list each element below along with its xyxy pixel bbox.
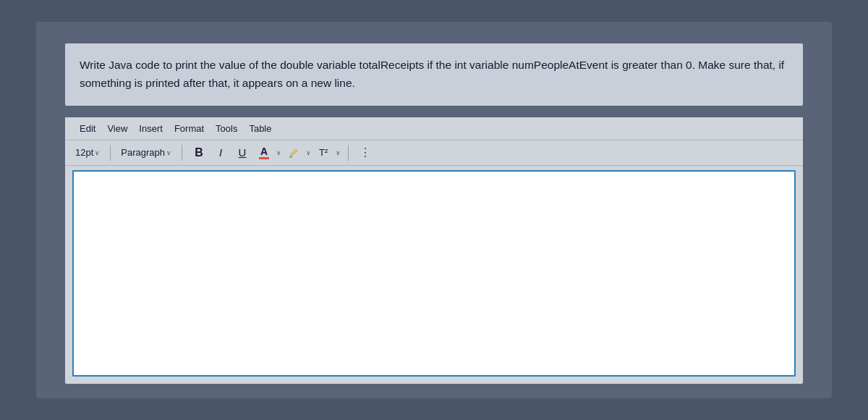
- font-size-selector[interactable]: 12pt ∨: [72, 146, 103, 159]
- font-color-chevron-icon: ∨: [276, 149, 281, 156]
- toolbar-separator-3: [348, 145, 349, 161]
- text-editor-area[interactable]: [72, 170, 796, 377]
- menu-tools[interactable]: Tools: [210, 122, 243, 135]
- toolbar-separator-2: [182, 145, 182, 161]
- menu-insert[interactable]: Insert: [133, 122, 169, 135]
- menu-view[interactable]: View: [101, 122, 133, 135]
- svg-marker-0: [290, 149, 297, 156]
- font-color-letter: A: [260, 146, 268, 156]
- menu-bar: Edit View Insert Format Tools Table: [65, 117, 803, 140]
- menu-format[interactable]: Format: [169, 122, 210, 135]
- toolbar: 12pt ∨ Paragraph ∨ B I U A ∨: [65, 140, 803, 166]
- highlight-button[interactable]: [284, 143, 303, 162]
- font-size-chevron-icon: ∨: [95, 149, 100, 156]
- editor-wrapper: Edit View Insert Format Tools Table 12pt…: [65, 117, 803, 384]
- main-container: Write Java code to print the value of th…: [36, 22, 832, 398]
- font-color-bar: [259, 157, 269, 159]
- toolbar-separator-1: [110, 145, 111, 161]
- font-size-value: 12pt: [75, 147, 93, 158]
- more-options-button[interactable]: ⋮: [356, 143, 375, 162]
- question-text: Write Java code to print the value of th…: [65, 43, 803, 106]
- paragraph-selector[interactable]: Paragraph ∨: [118, 146, 174, 159]
- font-color-button[interactable]: A: [255, 143, 273, 162]
- underline-button[interactable]: U: [233, 143, 252, 162]
- paragraph-value: Paragraph: [121, 147, 165, 158]
- italic-button[interactable]: I: [211, 143, 230, 162]
- menu-edit[interactable]: Edit: [74, 122, 101, 135]
- paragraph-chevron-icon: ∨: [166, 149, 171, 156]
- superscript-chevron-icon: ∨: [336, 149, 341, 156]
- highlight-chevron-icon: ∨: [306, 149, 311, 156]
- menu-table[interactable]: Table: [243, 122, 277, 135]
- highlight-icon: [288, 147, 299, 159]
- bold-button[interactable]: B: [190, 143, 208, 162]
- question-content: Write Java code to print the value of th…: [80, 59, 784, 89]
- superscript-button[interactable]: T²: [314, 143, 333, 162]
